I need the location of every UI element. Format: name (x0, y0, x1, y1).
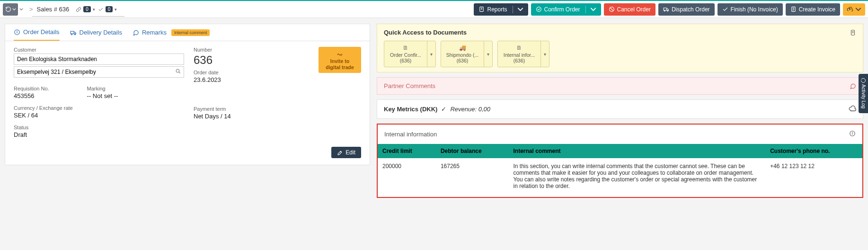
payment-term-value: Net Days / 14 (194, 113, 288, 120)
breadcrumb-title[interactable]: Sales # 636 (37, 6, 70, 13)
svg-point-18 (74, 34, 75, 35)
customer-name-input[interactable] (14, 54, 184, 65)
truck-icon (70, 29, 77, 36)
create-invoice-button[interactable]: Create Invoice (786, 3, 840, 16)
table-row: 200000 167265 In this section, you can w… (378, 158, 862, 197)
requisition-label: Requisition No. (14, 86, 49, 91)
doc-card-dropdown[interactable]: ▾ (484, 41, 492, 67)
document-icon[interactable] (850, 29, 856, 36)
internal-info-title: Internal information (384, 131, 437, 138)
chevron-down-icon (19, 8, 23, 10)
tab-order-details[interactable]: Order Details (14, 24, 60, 41)
chevron-down-icon (855, 6, 861, 12)
cell-customer-phone: +46 12 123 12 12 (765, 158, 862, 197)
order-date-label: Order date (194, 70, 288, 75)
order-form: Customer Requ (5, 41, 370, 165)
chevron-down-icon (590, 6, 596, 12)
svg-rect-6 (664, 8, 667, 10)
info-icon[interactable] (849, 130, 856, 138)
svg-point-17 (71, 34, 72, 35)
customer-label: Customer (14, 47, 184, 53)
tab-remarks[interactable]: Remarks Internal comment (133, 24, 210, 41)
quick-access-title: Quick Access to Documents (384, 29, 467, 36)
cloud-upload-button[interactable] (843, 3, 865, 16)
check-icon (722, 6, 728, 12)
key-metrics-label: Key Metrics (DKK) (384, 106, 437, 113)
svg-point-15 (17, 31, 18, 31)
cancel-order-button[interactable]: Cancel Order (604, 3, 655, 16)
cell-debtor-balance: 167265 (436, 158, 509, 197)
col-credit-limit: Credit limit (378, 144, 436, 158)
link-icon (76, 7, 81, 12)
dispatch-order-button[interactable]: Dispatch Order (658, 3, 715, 16)
edit-icon (337, 150, 343, 156)
svg-point-7 (664, 10, 665, 11)
customer-address-input[interactable] (14, 66, 184, 78)
col-internal-comment: Internal comment (508, 144, 765, 158)
breadcrumb-sep: > (29, 6, 33, 13)
prohibit-icon (609, 6, 615, 12)
check-icon (98, 7, 104, 12)
doc-card-order-confirmation: 🗎 Order Confir... (636) ▾ (384, 41, 436, 67)
cell-internal-comment: In this section, you can write internal … (508, 158, 765, 197)
doc-card-dropdown[interactable]: ▾ (427, 41, 435, 67)
svg-point-8 (667, 10, 668, 11)
document-icon (478, 6, 485, 12)
marking-label: Marking (87, 86, 118, 91)
chat-icon (133, 29, 139, 36)
currency-value: SEK / 64 (14, 112, 184, 119)
search-icon[interactable] (175, 68, 181, 76)
svg-point-3 (536, 7, 541, 12)
internal-information-panel: Internal information Credit limit Debtor… (377, 124, 863, 198)
history-icon (860, 78, 866, 83)
info-icon (14, 29, 20, 36)
col-customer-phone: Customer's phone no. (765, 144, 862, 158)
confirm-order-button[interactable]: Confirm Order (531, 3, 601, 16)
internal-info-table: Credit limit Debtor balance Internal com… (378, 144, 862, 197)
partner-comments-title: Partner Comments (384, 82, 435, 89)
requisition-value: 453556 (14, 92, 49, 99)
history-button[interactable] (3, 3, 18, 16)
cell-credit-limit: 200000 (378, 158, 436, 197)
content-area: Order Details Delivery Details Remarks I… (0, 18, 868, 203)
key-metrics-panel[interactable]: Key Metrics (DKK) ✓ Revenue: 0,00 (377, 99, 863, 119)
order-date-value: 23.6.2023 (194, 76, 288, 83)
document-icon: 🗎 (403, 45, 408, 51)
order-card: Order Details Delivery Details Remarks I… (5, 24, 370, 165)
truck-icon (663, 6, 669, 12)
tab-delivery-details[interactable]: Delivery Details (70, 24, 122, 41)
document-icon: 🗎 (516, 45, 522, 51)
history-split[interactable] (18, 8, 25, 10)
finish-no-invoice-button[interactable]: Finish (No Invoice) (717, 3, 783, 16)
checks-badge[interactable]: 0 ▾ (98, 6, 117, 12)
links-badge[interactable]: 0 ▾ (76, 6, 95, 12)
invite-to-digital-trade[interactable]: Invite to digital trade (319, 47, 361, 73)
check-icon: ✓ (441, 106, 446, 113)
tabs: Order Details Delivery Details Remarks I… (5, 24, 370, 41)
reports-button[interactable]: Reports (474, 3, 528, 16)
truck-icon: 🚚 (459, 45, 466, 51)
col-debtor-balance: Debtor balance (436, 144, 509, 158)
svg-point-19 (176, 69, 179, 72)
svg-rect-16 (71, 31, 74, 34)
cloud-icon[interactable] (849, 105, 856, 114)
svg-line-5 (610, 8, 613, 11)
svg-point-26 (852, 132, 853, 133)
activity-log-tab[interactable]: Activity Log (859, 74, 868, 113)
partner-comments-panel[interactable]: Partner Comments (377, 77, 863, 95)
history-icon (5, 6, 11, 12)
status-label: Status (14, 125, 184, 130)
doc-card-shipmondo: 🚚 Shipmondo (... (636) ▾ (441, 41, 493, 67)
status-value: Draft (14, 131, 184, 138)
chat-icon (850, 83, 856, 89)
number-value: 636 (194, 54, 288, 67)
remarks-pill: Internal comment (171, 29, 210, 36)
svg-line-20 (179, 72, 180, 73)
cloud-upload-icon (847, 6, 853, 12)
currency-label: Currency / Exchange rate (14, 105, 184, 111)
handshake-icon (336, 52, 344, 58)
edit-button[interactable]: Edit (331, 147, 361, 158)
marking-value: -- Not set -- (87, 92, 118, 99)
doc-card-dropdown[interactable]: ▾ (540, 41, 549, 67)
number-label: Number (194, 47, 288, 53)
